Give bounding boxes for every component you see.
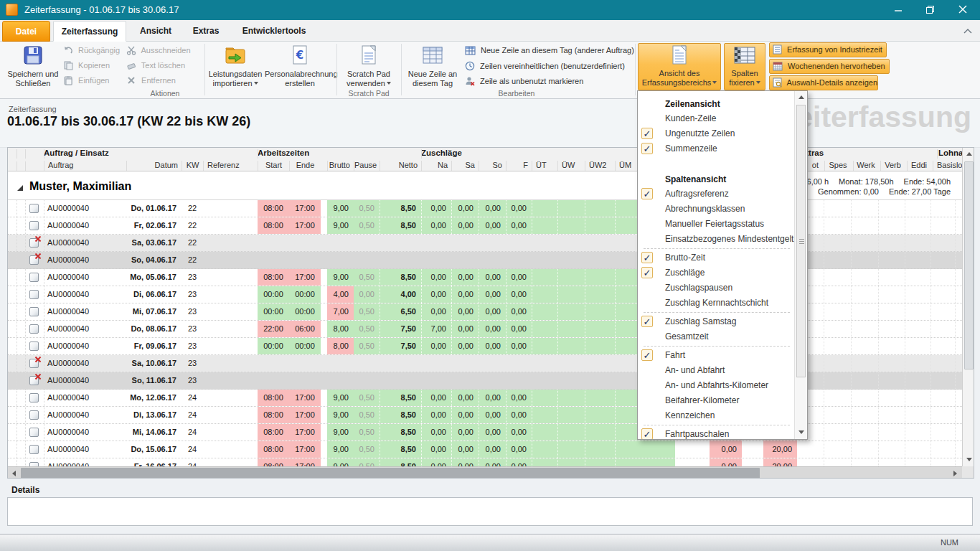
column-header-netto[interactable]: Netto <box>380 161 421 171</box>
cell-auftrag[interactable]: AU0000040 <box>44 217 126 234</box>
cell-auftrag[interactable]: AU0000040 <box>44 286 126 303</box>
cell-netto[interactable]: 8,50 <box>380 217 421 234</box>
unify-rows-button[interactable]: Zeilen vereinheitlichen (benutzerdefinie… <box>465 61 625 74</box>
cell-pause[interactable]: 0,50 <box>354 407 380 423</box>
cell-auftrag[interactable]: AU0000040 <box>44 200 126 217</box>
cell-kw[interactable]: 22 <box>182 217 203 234</box>
column-header-spes[interactable]: Spes <box>824 161 851 171</box>
cell-sa[interactable]: 0,00 <box>451 407 479 423</box>
create-payroll-button[interactable]: € Personalabrechnung erstellen <box>265 43 335 88</box>
cell-so[interactable]: 0,00 <box>479 321 506 337</box>
column-header-sa[interactable]: Sa <box>451 161 479 171</box>
cell-brutto[interactable]: 4,00 <box>327 286 354 303</box>
cell-start[interactable]: 00:00 <box>258 303 289 320</box>
cell-brutto[interactable]: 9,00 <box>327 441 354 458</box>
table-row[interactable]: AU0000040Di, 06.06.172300:0000:004,000,0… <box>8 286 962 303</box>
cell-brutto[interactable]: 7,00 <box>327 303 354 320</box>
scroll-up-icon[interactable] <box>798 95 804 99</box>
horizontal-scrollbar[interactable] <box>8 466 962 479</box>
cell-so[interactable]: 0,00 <box>479 303 506 320</box>
cell-auftrag[interactable]: AU0000040 <box>44 441 126 458</box>
cell-kw[interactable]: 23 <box>182 338 203 354</box>
cell-pause[interactable]: 0,00 <box>354 286 380 303</box>
cell-na[interactable]: 0,00 <box>421 269 451 286</box>
cell-brutto[interactable]: 9,00 <box>327 269 354 286</box>
menu-item[interactable]: Gesamtzeit <box>638 329 794 344</box>
cell-brutto[interactable]: 9,00 <box>327 390 354 406</box>
undo-button[interactable]: Rückgängig <box>63 45 120 58</box>
cell-auftrag[interactable]: AU0000040 <box>44 355 126 372</box>
menu-item[interactable]: Summenzeile✓ <box>638 141 794 156</box>
column-header-kw[interactable]: KW <box>182 161 203 171</box>
row-unused-icon[interactable] <box>29 375 39 388</box>
column-header-ende[interactable]: Ende <box>289 161 321 171</box>
menu-item[interactable]: An- und Abfahrts-Kilometer <box>638 378 794 393</box>
cell-kw[interactable]: 23 <box>182 372 203 389</box>
cell-sa[interactable]: 0,00 <box>451 217 479 234</box>
cell-brutto[interactable]: 9,00 <box>327 200 354 217</box>
table-row[interactable]: AU0000040Mi, 14.06.172408:0017:009,000,5… <box>8 424 962 441</box>
cell-na[interactable]: 7,00 <box>421 321 451 337</box>
cell-sa[interactable]: 0,00 <box>451 200 479 217</box>
copy-button[interactable]: Kopieren <box>63 60 110 73</box>
cell-start[interactable]: 00:00 <box>258 286 289 303</box>
menu-item[interactable]: Zuschlag Samstag✓ <box>638 314 794 329</box>
cell-pause[interactable]: 0,50 <box>354 441 380 458</box>
tab-entwicklertools[interactable]: Entwicklertools <box>232 21 316 42</box>
cell-f[interactable]: 0,00 <box>506 321 532 337</box>
column-header-start[interactable]: Start <box>258 161 289 171</box>
cell-datum[interactable]: Mi, 14.06.17 <box>126 424 182 441</box>
cell-f[interactable]: 0,00 <box>506 407 532 423</box>
cell-f[interactable]: 0,00 <box>506 269 532 286</box>
cell-start[interactable]: 08:00 <box>258 200 289 217</box>
cell-netto[interactable]: 7,50 <box>380 338 421 354</box>
cell-pause[interactable]: 0,50 <box>354 390 380 406</box>
cell-so[interactable]: 0,00 <box>479 390 506 406</box>
tab-zeiterfassung[interactable]: Zeiterfassung <box>53 21 126 42</box>
menu-item[interactable]: Einsatzbezogenes Mindestentgelt <box>638 232 794 247</box>
cell-ende[interactable]: 17:00 <box>289 200 321 217</box>
cell-netto[interactable]: 4,00 <box>380 286 421 303</box>
cell-na[interactable]: 0,00 <box>421 200 451 217</box>
menu-item[interactable]: Zuschlag Kernnachtschicht <box>638 296 794 311</box>
cell-netto[interactable]: 8,50 <box>380 390 421 406</box>
vertical-scroll-thumb[interactable] <box>964 161 974 369</box>
tab-extras[interactable]: Extras <box>185 21 227 42</box>
cell-datum[interactable]: Mi, 07.06.17 <box>126 303 182 320</box>
cell-f[interactable]: 0,00 <box>506 390 532 406</box>
vertical-scrollbar[interactable] <box>962 148 974 466</box>
cell-na[interactable]: 0,00 <box>421 217 451 234</box>
table-row[interactable]: AU0000040Mi, 07.06.172300:0000:007,000,5… <box>8 303 962 321</box>
cell-so[interactable]: 0,00 <box>479 286 506 303</box>
cell-na[interactable]: 0,00 <box>421 303 451 320</box>
paste-button[interactable]: Einfügen <box>63 75 110 88</box>
cell-na[interactable]: 0,00 <box>421 441 451 458</box>
cell-netto[interactable]: 8,50 <box>380 407 421 423</box>
cell-start[interactable]: 08:00 <box>258 424 289 441</box>
row-note-icon[interactable] <box>29 272 39 285</box>
cell-sa[interactable]: 0,00 <box>451 269 479 286</box>
menu-item[interactable]: Zuschläge✓ <box>638 265 794 281</box>
cell-datum[interactable]: Do, 08.06.17 <box>126 321 182 337</box>
row-unused-icon[interactable] <box>29 255 39 268</box>
row-note-icon[interactable] <box>29 444 39 457</box>
cell-auftrag[interactable]: AU0000040 <box>44 269 126 286</box>
cell-start[interactable]: 08:00 <box>258 269 289 286</box>
fix-columns-button[interactable]: Spalten fixieren <box>724 43 765 90</box>
cell-so[interactable]: 0,00 <box>479 200 506 217</box>
cut-button[interactable]: Ausschneiden <box>126 45 191 58</box>
column-header-f[interactable]: F <box>506 161 532 171</box>
cell-datum[interactable]: Sa, 03.06.17 <box>126 235 182 251</box>
cell-auftrag[interactable]: AU0000040 <box>44 252 126 268</box>
toggle-wochenenden[interactable]: Wochenenden hervorheben <box>769 59 890 74</box>
cell-datum[interactable]: Sa, 10.06.17 <box>126 355 182 372</box>
cell-datum[interactable]: Do, 15.06.17 <box>126 441 182 458</box>
cell-f[interactable]: 0,00 <box>506 424 532 441</box>
import-data-button[interactable]: Leistungsdaten importieren <box>207 43 263 88</box>
cell-datum[interactable]: So, 04.06.17 <box>126 252 182 268</box>
tab-ansicht[interactable]: Ansicht <box>132 21 179 42</box>
save-close-button[interactable]: Speichern und Schließen <box>6 43 60 88</box>
cell-netto[interactable]: 8,50 <box>380 200 421 217</box>
cell-f[interactable]: 0,00 <box>506 441 532 458</box>
column-header-ot[interactable]: ot <box>806 161 822 171</box>
